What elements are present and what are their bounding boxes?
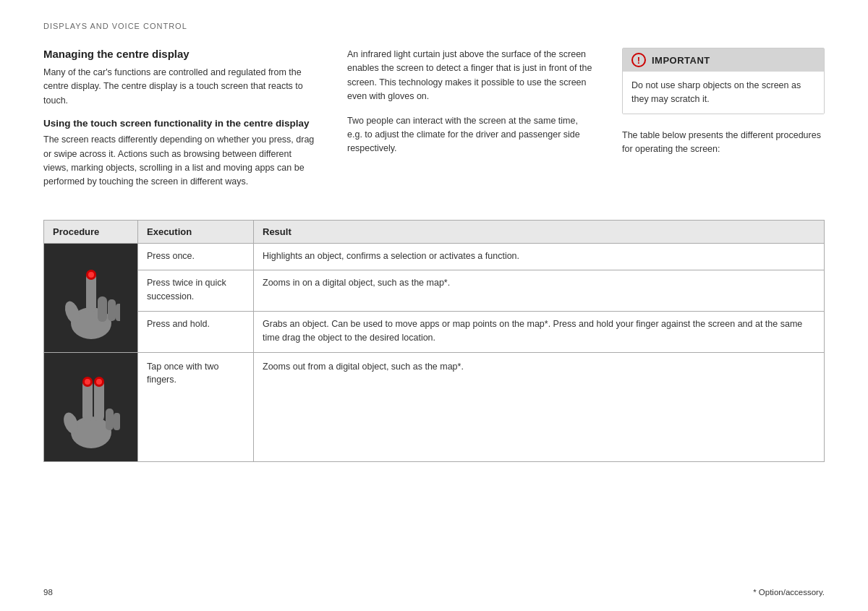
page-footer: 98 * Option/accessory. <box>43 588 825 597</box>
svg-rect-5 <box>116 304 120 321</box>
section-title: Managing the centre display <box>43 48 318 60</box>
hand-one-finger <box>51 251 131 345</box>
svg-point-17 <box>96 379 102 385</box>
middle-column: An infrared light curtain just above the… <box>347 48 593 200</box>
page-header: DISPLAYS AND VOICE CONTROL <box>43 22 825 30</box>
execution-cell-4: Tap once with two fingers. <box>138 352 254 461</box>
result-text-press-twice: Zooms in on a digital object, such as th… <box>254 270 824 296</box>
svg-point-15 <box>85 379 90 385</box>
execution-cell-2: Press twice in quick succession. <box>138 270 254 311</box>
important-box: ! IMPORTANT Do not use sharp objects on … <box>622 48 825 114</box>
exec-text-press-once: Press once. <box>138 244 253 269</box>
footnote: * Option/accessory. <box>753 588 825 597</box>
svg-rect-12 <box>106 409 114 430</box>
header-title: DISPLAYS AND VOICE CONTROL <box>43 22 187 30</box>
result-text-press-hold: Grabs an object. Can be used to move app… <box>254 312 824 351</box>
hand-image-cell-2 <box>44 352 138 461</box>
middle-para1: An infrared light curtain just above the… <box>347 48 593 104</box>
sub-section-title: Using the touch screen functionality in … <box>43 118 318 129</box>
two-column-layout: Managing the centre display Many of the … <box>43 48 825 200</box>
svg-point-7 <box>88 272 94 278</box>
procedure-table-section: Procedure Execution Result <box>43 220 825 462</box>
important-header: ! IMPORTANT <box>623 48 824 72</box>
table-row: Press and hold. Grabs an object. Can be … <box>44 311 825 352</box>
table-intro-text: The table below presents the different p… <box>622 129 825 157</box>
execution-cell-3: Press and hold. <box>138 311 254 352</box>
result-cell-3: Grabs an object. Can be used to move app… <box>254 311 825 352</box>
result-cell-1: Highlights an object, confirms a selecti… <box>254 243 825 270</box>
hand-two-fingers <box>51 360 131 454</box>
exec-text-press-hold: Press and hold. <box>138 312 253 337</box>
result-cell-2: Zooms in on a digital object, such as th… <box>254 270 825 311</box>
execution-cell-1: Press once. <box>138 243 254 270</box>
col-header-result: Result <box>254 220 825 243</box>
intro-text: Many of the car's functions are controll… <box>43 66 318 108</box>
col-header-execution: Execution <box>138 220 254 243</box>
svg-rect-3 <box>98 296 107 322</box>
result-text-press-once: Highlights an object, confirms a selecti… <box>254 244 824 269</box>
table-row: Tap once with two fingers. Zooms out fro… <box>44 352 825 461</box>
right-column: ! IMPORTANT Do not use sharp objects on … <box>622 48 825 200</box>
svg-rect-4 <box>108 299 116 321</box>
middle-para2: Two people can interact with the screen … <box>347 114 593 156</box>
result-cell-4: Zooms out from a digital object, such as… <box>254 352 825 461</box>
sub-section-body: The screen reacts differently depending … <box>43 133 318 189</box>
procedure-table: Procedure Execution Result <box>43 220 825 462</box>
important-body: Do not use sharp objects on the screen a… <box>623 72 824 114</box>
col-header-procedure: Procedure <box>44 220 138 243</box>
important-icon: ! <box>631 53 646 67</box>
page-number: 98 <box>43 588 53 597</box>
important-title: IMPORTANT <box>652 55 710 66</box>
table-row: Press once. Highlights an object, confir… <box>44 243 825 270</box>
table-row: Press twice in quick succession. Zooms i… <box>44 270 825 311</box>
hand-image-cell-1 <box>44 243 138 352</box>
svg-rect-13 <box>114 413 120 430</box>
exec-text-press-twice: Press twice in quick succession. <box>138 270 253 309</box>
left-column: Managing the centre display Many of the … <box>43 48 318 200</box>
